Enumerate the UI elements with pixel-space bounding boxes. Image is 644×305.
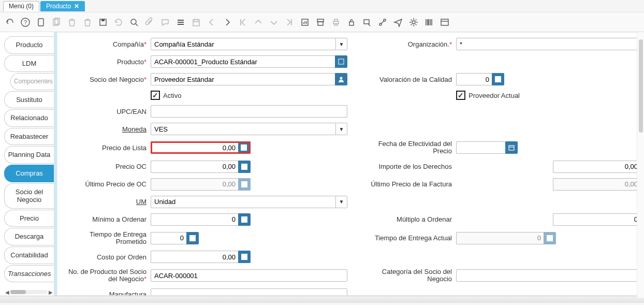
label-proveedor-actual: Proveedor Actual bbox=[469, 92, 520, 99]
producto-search-button[interactable] bbox=[335, 55, 347, 68]
valoracion-input[interactable] bbox=[456, 73, 492, 85]
form-area: Compañía* ▼ Organización.* ▼ Producto* S… bbox=[57, 32, 644, 296]
costo-orden-calc-button[interactable] bbox=[238, 251, 251, 263]
detail-icon[interactable] bbox=[222, 17, 233, 28]
copy-icon[interactable] bbox=[51, 17, 62, 28]
sidebar-item-transacciones[interactable]: Transacciones bbox=[4, 265, 54, 283]
vertical-scrollbar[interactable] bbox=[637, 32, 644, 298]
compania-dropdown-icon[interactable]: ▼ bbox=[336, 38, 347, 50]
label-multiplo-ordenar: Múltiplo a Ordenar bbox=[368, 215, 456, 223]
activo-checkbox[interactable]: ✓Activo bbox=[151, 91, 181, 100]
side-tabs-scrollbar[interactable]: ◀ ▶ bbox=[4, 288, 54, 296]
label-tiempo-prometido: Tiempo de Entrega Prometido bbox=[68, 231, 151, 246]
moneda-dropdown-icon[interactable]: ▼ bbox=[336, 123, 347, 135]
sidebar-item-contabilidad[interactable]: Contabilidad bbox=[4, 246, 54, 264]
sidebar-item-socio[interactable]: Socio del Negocio bbox=[4, 183, 54, 209]
min-ordenar-calc-button[interactable] bbox=[238, 213, 251, 226]
archive-icon[interactable] bbox=[315, 17, 326, 28]
undo-icon[interactable] bbox=[4, 17, 16, 28]
product-info-icon[interactable] bbox=[423, 17, 435, 28]
label-ult-precio-oc: Último Precio de OC bbox=[68, 180, 151, 188]
socio-search-button[interactable] bbox=[335, 73, 347, 85]
moneda-input[interactable] bbox=[151, 123, 336, 135]
close-icon[interactable]: ✕ bbox=[74, 3, 79, 10]
manufactura-input[interactable] bbox=[151, 288, 347, 296]
scroll-left-icon[interactable]: ◀ bbox=[4, 289, 10, 295]
label-moneda: Moneda bbox=[68, 125, 151, 133]
tab-menu[interactable]: Menú (0) bbox=[3, 1, 39, 11]
last-icon[interactable] bbox=[284, 17, 295, 28]
tiempo-prometido-calc-button[interactable] bbox=[186, 232, 199, 244]
grid-toggle-icon[interactable] bbox=[175, 17, 186, 28]
zoom-icon[interactable] bbox=[361, 17, 373, 28]
multiplo-ordenar-input[interactable] bbox=[553, 213, 641, 226]
min-ordenar-input[interactable] bbox=[151, 213, 239, 226]
label-precio-oc: Precio OC bbox=[68, 163, 151, 170]
first-icon[interactable] bbox=[237, 17, 248, 28]
label-categoria-socio: Categoría del Socio del Negocio bbox=[368, 268, 456, 283]
save-icon[interactable] bbox=[97, 17, 109, 28]
precio-lista-input[interactable] bbox=[151, 141, 239, 154]
sidebar-item-compras[interactable]: Compras bbox=[4, 165, 54, 182]
valoracion-calc-button[interactable] bbox=[492, 73, 504, 85]
label-tiempo-actual: Tiempo de Entrega Actual bbox=[368, 234, 456, 242]
organizacion-input[interactable] bbox=[456, 38, 641, 50]
sidebar-item-reabastecer[interactable]: Reabastecer bbox=[4, 128, 54, 146]
categoria-socio-input[interactable] bbox=[456, 269, 644, 282]
chat-icon[interactable] bbox=[159, 17, 171, 28]
new-icon[interactable] bbox=[35, 17, 47, 28]
workflow-icon[interactable] bbox=[377, 17, 388, 28]
scroll-right-icon[interactable]: ▶ bbox=[48, 289, 54, 295]
upcean-input[interactable] bbox=[151, 105, 347, 118]
sidebar-item-precio[interactable]: Precio bbox=[4, 210, 54, 227]
history-icon[interactable] bbox=[191, 17, 202, 28]
socio-input[interactable] bbox=[151, 73, 335, 85]
label-ult-precio-factura: Último Precio de la Factura bbox=[368, 180, 456, 188]
sidebar-item-componentes[interactable]: Componentes bbox=[10, 73, 54, 90]
help-icon[interactable] bbox=[20, 17, 31, 28]
print-icon[interactable] bbox=[330, 17, 342, 28]
costo-orden-input[interactable] bbox=[151, 251, 239, 263]
producto-input[interactable] bbox=[151, 55, 335, 68]
prev-icon[interactable] bbox=[253, 17, 264, 28]
parent-icon[interactable] bbox=[206, 17, 217, 28]
gear-icon[interactable] bbox=[408, 17, 419, 28]
proveedor-actual-checkbox[interactable]: ✓Proveedor Actual bbox=[456, 91, 520, 100]
tiempo-actual-input bbox=[456, 232, 544, 244]
sidebar-item-relacionado[interactable]: Relacionado bbox=[4, 109, 54, 127]
precio-oc-calc-button[interactable] bbox=[238, 161, 251, 173]
report-icon[interactable] bbox=[299, 17, 311, 28]
search-icon[interactable] bbox=[128, 17, 140, 28]
tiempo-prometido-input[interactable] bbox=[151, 232, 187, 244]
fecha-efectividad-input[interactable] bbox=[456, 141, 506, 154]
compania-input[interactable] bbox=[151, 38, 336, 50]
delete-icon[interactable] bbox=[66, 17, 78, 28]
tab-producto[interactable]: Producto ✕ bbox=[40, 1, 85, 11]
refresh-icon[interactable] bbox=[113, 17, 124, 28]
fecha-efectividad-cal-button[interactable] bbox=[505, 141, 518, 154]
importe-derechos-input[interactable] bbox=[553, 161, 641, 173]
toolbar bbox=[0, 12, 644, 32]
tab-producto-label: Producto bbox=[46, 3, 71, 10]
request-icon[interactable] bbox=[392, 17, 404, 28]
precio-oc-input[interactable] bbox=[151, 161, 239, 173]
attach-icon[interactable] bbox=[144, 17, 155, 28]
window-icon[interactable] bbox=[439, 17, 450, 28]
lock-icon[interactable] bbox=[346, 17, 357, 28]
sidebar-item-sustituto[interactable]: Sustituto bbox=[4, 91, 54, 109]
sidebar-item-producto[interactable]: Producto bbox=[4, 36, 54, 54]
label-um: UM bbox=[68, 198, 151, 206]
window-tabs: Menú (0) Producto ✕ bbox=[0, 0, 644, 12]
ult-precio-factura-input bbox=[553, 178, 641, 191]
delete2-icon[interactable] bbox=[82, 17, 93, 28]
sidebar-item-descarga[interactable]: Descarga bbox=[4, 228, 54, 245]
precio-lista-calc-button[interactable] bbox=[238, 141, 251, 154]
no-prod-socio-input[interactable] bbox=[151, 269, 347, 282]
um-dropdown-icon[interactable]: ▼ bbox=[336, 196, 347, 208]
sidebar-item-ldm[interactable]: LDM bbox=[4, 55, 54, 72]
label-min-ordenar: Mínimo a Ordenar bbox=[68, 215, 151, 223]
label-manufactura: Manufactura bbox=[68, 291, 151, 296]
um-input[interactable] bbox=[151, 196, 336, 208]
sidebar-item-planning[interactable]: Planning Data bbox=[4, 146, 54, 164]
next-icon[interactable] bbox=[268, 17, 280, 28]
